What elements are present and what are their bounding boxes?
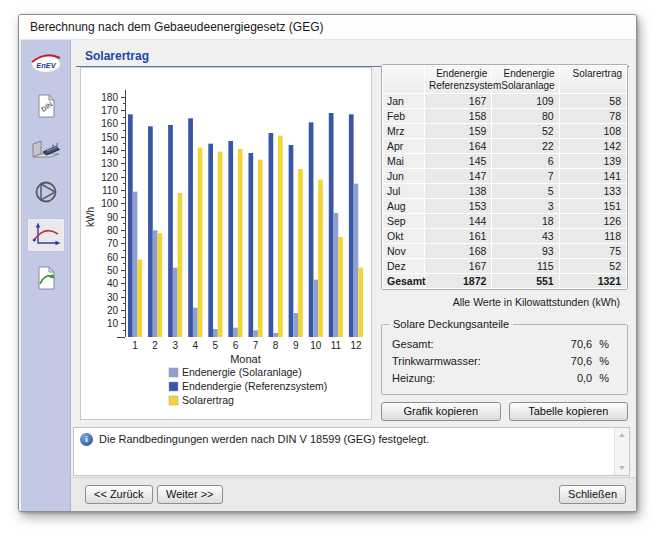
svg-text:110: 110 [102,185,118,196]
coverage-row: Gesamt:70,6% [382,336,627,353]
row-label: Jun [383,169,425,184]
cell: 139 [559,154,626,169]
svg-text:100: 100 [101,198,118,209]
bar [137,260,142,337]
sidebar-item-solar-collector[interactable] [27,132,65,166]
cell: 43 [492,229,559,244]
cell: 22 [492,139,559,154]
chart-panel: 1020304050607080901001101201301401501601… [80,67,372,420]
row-label: Sep [383,214,425,229]
cell: 164 [425,139,492,154]
bar [293,313,298,337]
svg-text:120: 120 [101,172,118,183]
app-window: Berechnung nach dem Gebaeudeenergiegeset… [18,14,637,512]
column-header: Endenergie Solaranlage [492,66,559,94]
legend-label: Endendergie (Referenzsystem) [182,380,327,392]
cell: 141 [559,169,626,184]
cell: 168 [425,244,492,259]
svg-text:4: 4 [193,340,199,351]
scroll-down-icon[interactable] [615,461,630,475]
svg-text:80: 80 [107,225,119,236]
svg-text:3: 3 [172,340,178,351]
svg-text:8: 8 [273,340,279,351]
svg-text:6: 6 [233,340,239,351]
table-footnote: Alle Werte in Kilowattstunden (kWh) [381,296,628,308]
sidebar-item-enev[interactable]: EnEV [27,46,65,80]
bar [273,333,278,337]
svg-text:5: 5 [213,340,219,351]
coverage-label: Trinkwarmwasser: [392,353,481,370]
table-row: Aug1533151 [383,199,627,214]
svg-text:EnEV: EnEV [36,61,57,70]
svg-text:160: 160 [101,118,118,129]
pump-icon [29,178,63,206]
bar [173,268,178,337]
svg-text:7: 7 [253,340,259,351]
coverage-label: Gesamt: [392,336,434,353]
bar [208,144,213,337]
sidebar: EnEV DIN [21,40,71,511]
back-button[interactable]: << Zurück [85,485,153,504]
bar [338,237,343,337]
din-document-icon: DIN [29,92,63,120]
sidebar-item-pump[interactable] [27,175,65,209]
close-button[interactable]: Schließen [559,485,626,504]
svg-text:11: 11 [331,340,342,351]
column-header: Solarertrag [559,66,626,94]
svg-text:2: 2 [152,340,158,351]
bar [354,184,359,337]
table-row: Sep14418126 [383,214,627,229]
scroll-up-icon[interactable] [615,428,630,442]
row-label: Apr [383,139,425,154]
cell: 3 [492,199,559,214]
cell: 142 [559,139,626,154]
next-button[interactable]: Weiter >> [157,485,223,504]
cell: 1872 [425,274,492,289]
copy-table-button[interactable]: Tabelle kopieren [509,402,629,421]
cell: 145 [425,154,492,169]
bar [178,193,183,337]
table-row: Jul1385133 [383,184,627,199]
copy-graphic-button[interactable]: Grafik kopieren [381,402,501,421]
cell: 108 [559,124,626,139]
bar [218,152,223,337]
bar [309,122,314,337]
cell: 161 [425,229,492,244]
row-label: Gesamt [383,274,425,289]
sidebar-item-din[interactable]: DIN [27,89,65,123]
svg-text:40: 40 [107,278,119,289]
svg-text:170: 170 [101,105,118,116]
legend-swatch [169,368,178,377]
report-document-icon [29,264,63,292]
row-label: Jul [383,184,425,199]
bar [233,328,238,337]
bar [329,113,334,337]
svg-text:10: 10 [310,340,322,351]
footer-bar: << Zurück Weiter >> Schließen [71,477,636,511]
bar [238,149,243,337]
copy-buttons-row: Grafik kopieren Tabelle kopieren [381,402,628,421]
info-scrollbar[interactable] [614,428,629,475]
svg-text:12: 12 [350,340,362,351]
solar-yield-bar-chart: 1020304050607080901001101201301401501601… [81,68,371,419]
energy-table: Endenergie ReferenzsystemEndenergie Sola… [382,65,627,289]
row-label: Mrz [383,124,425,139]
info-panel: i Die Randbedingungen werden nach DIN V … [73,427,630,476]
table-row: Mai1456139 [383,154,627,169]
svg-text:140: 140 [101,145,118,156]
window-titlebar[interactable]: Berechnung nach dem Gebaeudeenergiegeset… [19,15,636,40]
svg-text:9: 9 [293,340,299,351]
svg-text:60: 60 [107,252,119,263]
sidebar-item-report[interactable] [27,261,65,295]
cell: 167 [425,94,492,109]
results-panel: Endenergie ReferenzsystemEndenergie Sola… [381,64,628,421]
sidebar-item-results-chart[interactable] [27,218,65,252]
results-chart-icon [29,221,63,249]
energy-table-wrapper: Endenergie ReferenzsystemEndenergie Sola… [381,64,628,290]
svg-text:90: 90 [107,212,119,223]
cell: 93 [492,244,559,259]
coverage-label: Heizung: [392,370,435,387]
solar-collector-icon [29,135,63,163]
svg-text:70: 70 [107,238,119,249]
bar [198,148,203,337]
